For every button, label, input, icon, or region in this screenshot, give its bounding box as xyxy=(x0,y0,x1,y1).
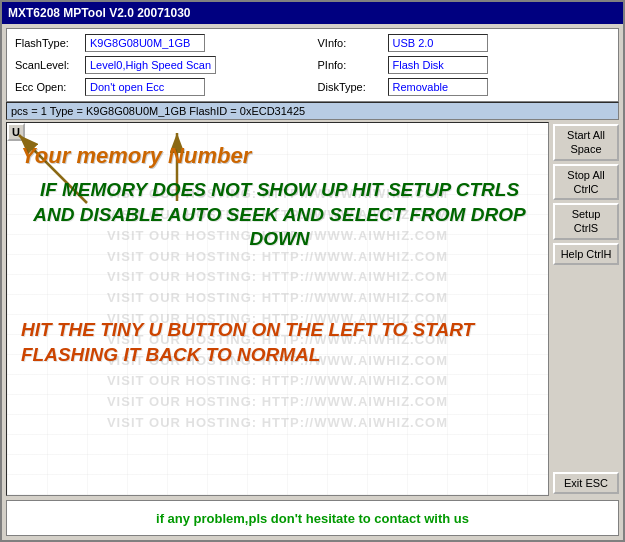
memory-number-text: Your memory Number xyxy=(21,143,251,169)
ecc-open-value: Don't open Ecc xyxy=(85,78,205,96)
flash-area: VISIT OUR HOSTING: HTTP://WWW.AIWHIZ.COM… xyxy=(6,122,549,496)
flash-type-label: FlashType: xyxy=(15,37,85,49)
ecc-open-label: Ecc Open: xyxy=(15,81,85,93)
stop-all-button[interactable]: Stop All CtrlC xyxy=(553,164,619,201)
vinfo-row: VInfo: USB 2.0 xyxy=(318,33,611,53)
status-text: pcs = 1 Type = K9G8G08U0M_1GB FlashID = … xyxy=(11,105,305,117)
pinfo-label: PInfo: xyxy=(318,59,388,71)
bottom-bar: if any problem,pls don't hesitate to con… xyxy=(6,500,619,536)
disk-type-label: DiskType: xyxy=(318,81,388,93)
vinfo-label: VInfo: xyxy=(318,37,388,49)
ecc-open-row: Ecc Open: Don't open Ecc xyxy=(15,77,308,97)
pinfo-row: PInfo: Flash Disk xyxy=(318,55,611,75)
disk-type-value: Removable xyxy=(388,78,488,96)
sidebar: Start All Space Stop All CtrlC Setup Ctr… xyxy=(549,122,619,496)
memory-instruction-text: IF MEMORY DOES NOT SHOW UP HIT SETUP CTR… xyxy=(21,178,538,252)
title-text: MXT6208 MPTool V2.0 20071030 xyxy=(8,6,191,20)
bottom-text: if any problem,pls don't hesitate to con… xyxy=(156,511,469,526)
top-form: FlashType: K9G8G08U0M_1GB VInfo: USB 2.0… xyxy=(6,28,619,102)
vinfo-value: USB 2.0 xyxy=(388,34,488,52)
scan-level-row: ScanLevel: Level0,High Speed Scan xyxy=(15,55,308,75)
pinfo-value: Flash Disk xyxy=(388,56,488,74)
help-button[interactable]: Help CtrlH xyxy=(553,243,619,265)
middle-area: VISIT OUR HOSTING: HTTP://WWW.AIWHIZ.COM… xyxy=(6,122,619,496)
scan-level-label: ScanLevel: xyxy=(15,59,85,71)
u-button[interactable]: U xyxy=(7,123,25,141)
disk-type-row: DiskType: Removable xyxy=(318,77,611,97)
start-all-button[interactable]: Start All Space xyxy=(553,124,619,161)
exit-button[interactable]: Exit ESC xyxy=(553,472,619,494)
flash-instruction-text: HIT THE TINY U BUTTON ON THE LEFT TO STA… xyxy=(21,318,538,367)
flash-type-row: FlashType: K9G8G08U0M_1GB xyxy=(15,33,308,53)
main-window: MXT6208 MPTool V2.0 20071030 FlashType: … xyxy=(0,0,625,542)
setup-button[interactable]: Setup CtrlS xyxy=(553,203,619,240)
main-content: FlashType: K9G8G08U0M_1GB VInfo: USB 2.0… xyxy=(2,24,623,540)
title-bar: MXT6208 MPTool V2.0 20071030 xyxy=(2,2,623,24)
scan-level-value: Level0,High Speed Scan xyxy=(85,56,216,74)
flash-type-value: K9G8G08U0M_1GB xyxy=(85,34,205,52)
status-bar: pcs = 1 Type = K9G8G08U0M_1GB FlashID = … xyxy=(6,102,619,120)
